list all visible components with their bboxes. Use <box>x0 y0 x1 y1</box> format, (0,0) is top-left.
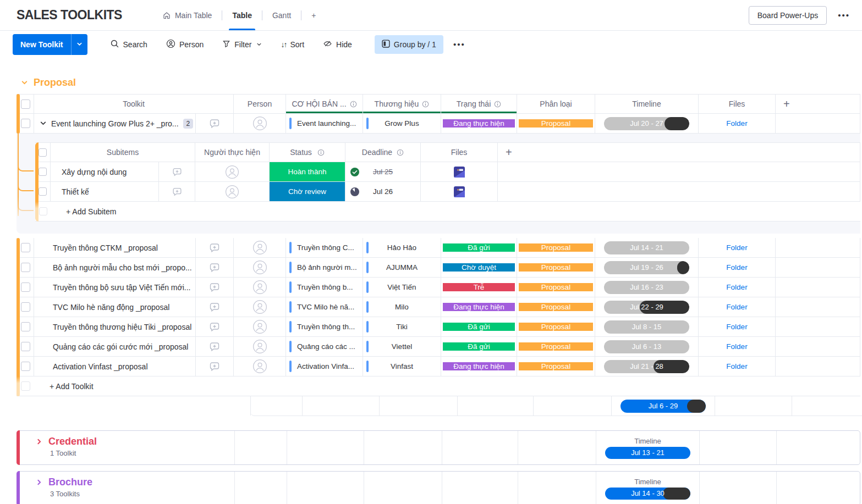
toolbar-more-icon[interactable]: ••• <box>448 40 465 49</box>
status-badge[interactable]: Đang thực hiện <box>443 303 515 311</box>
brand-mirror-cell[interactable]: Viettel <box>363 337 441 356</box>
timeline-pill[interactable]: Jul 16 - 23 <box>604 281 689 294</box>
group-expand-icon[interactable] <box>36 438 43 445</box>
summary-timeline-pill[interactable]: Jul 6 - 29 <box>621 400 706 413</box>
person-cell[interactable] <box>234 297 286 317</box>
brand-mirror-cell[interactable]: Hảo Hảo <box>363 238 441 257</box>
person-cell[interactable] <box>234 337 286 356</box>
group-collapse-icon[interactable] <box>21 79 28 86</box>
group-timeline-pill[interactable]: Jul 14 - 30 <box>605 488 690 500</box>
category-badge[interactable]: Proposal <box>519 283 593 291</box>
collapse-subitems-icon[interactable] <box>40 120 47 127</box>
open-conversation-button[interactable] <box>196 238 233 257</box>
row-checkbox[interactable] <box>39 168 47 176</box>
status-badge[interactable]: Đã gửi <box>443 342 515 351</box>
group-timeline-pill[interactable]: Jul 13 - 21 <box>605 447 690 459</box>
timeline-pill[interactable]: Jul 22 - 29 <box>604 301 689 314</box>
group-title-line[interactable]: Credential <box>36 436 234 447</box>
add-column-button[interactable]: + <box>498 143 860 162</box>
tab-main-table[interactable]: Main Table <box>152 0 222 30</box>
column-header-files[interactable]: Files <box>699 95 776 113</box>
category-badge[interactable]: Proposal <box>519 303 593 311</box>
column-header-trang-thai[interactable]: Trạng thái <box>441 95 517 113</box>
brand-mirror-cell[interactable]: Việt Tiến <box>363 278 441 297</box>
co-hoi-mirror-cell[interactable]: Truyền thông b... <box>286 278 363 297</box>
select-all-subitems-checkbox[interactable] <box>39 148 47 157</box>
filter-button[interactable]: Filter <box>215 35 269 54</box>
toolkit-name-cell[interactable]: TVC Milo hè năng động _proposal <box>34 297 234 317</box>
toolkit-name-cell[interactable]: Bộ ảnh người mẫu cho bst mới _propo... <box>34 258 234 277</box>
timeline-pill[interactable]: Jul 8 - 15 <box>604 320 689 334</box>
open-conversation-button[interactable] <box>196 317 233 336</box>
hide-button[interactable]: Hide <box>316 35 359 54</box>
group-title[interactable]: Brochure <box>48 477 92 488</box>
timeline-pill[interactable]: Jul 19 - 26 <box>604 261 689 274</box>
board-powerups-button[interactable]: Board Power-Ups <box>749 6 827 25</box>
info-icon[interactable] <box>494 101 501 108</box>
person-cell[interactable] <box>234 357 286 376</box>
open-conversation-button[interactable] <box>196 258 233 277</box>
open-conversation-button[interactable] <box>196 297 233 317</box>
person-cell[interactable] <box>234 258 286 277</box>
column-header-status[interactable]: Status <box>270 143 345 162</box>
category-badge[interactable]: Proposal <box>519 323 593 331</box>
co-hoi-mirror-cell[interactable]: Truyền thông C... <box>286 238 363 257</box>
co-hoi-mirror-cell[interactable]: Truyền thông th... <box>286 317 363 336</box>
group-title[interactable]: Credential <box>48 436 97 447</box>
folder-link[interactable]: Folder <box>726 119 747 128</box>
status-badge[interactable]: Đã gửi <box>443 243 515 252</box>
group-title[interactable]: Proposal <box>34 77 76 88</box>
search-button[interactable]: Search <box>103 35 155 54</box>
person-cell[interactable] <box>234 114 286 133</box>
brand-mirror-cell[interactable]: Grow Plus <box>363 114 441 133</box>
info-icon[interactable] <box>317 149 325 156</box>
column-header-nguoi-thuc-hien[interactable]: Người thực hiện <box>195 143 270 162</box>
row-checkbox[interactable] <box>21 342 30 351</box>
deadline-cell[interactable]: Jul 25 <box>345 162 421 181</box>
column-header-subitems[interactable]: Subitems <box>51 143 195 162</box>
row-checkbox[interactable] <box>21 263 30 272</box>
folder-link[interactable]: Folder <box>726 362 747 370</box>
group-by-chip[interactable]: Group by / 1 <box>375 35 443 54</box>
subitem-name-cell[interactable]: Xây dựng nội dung <box>51 162 195 181</box>
toolkit-name-cell[interactable]: Event launching Grow Plus 2+ _pro... 2 <box>34 114 234 133</box>
new-toolkit-dropdown[interactable] <box>71 34 87 55</box>
status-badge[interactable]: Đã gửi <box>443 323 515 331</box>
folder-link[interactable]: Folder <box>726 263 747 272</box>
subitem-status-badge[interactable]: Chờ review <box>270 182 345 201</box>
sort-button[interactable]: ↓↑ Sort <box>273 35 311 54</box>
status-badge[interactable]: Trễ <box>443 283 515 291</box>
row-checkbox[interactable] <box>21 362 30 371</box>
brand-mirror-cell[interactable]: Vinfast <box>363 357 441 376</box>
category-badge[interactable]: Proposal <box>519 263 593 272</box>
add-subitem-label[interactable]: + Add Subitem <box>51 202 860 221</box>
person-cell[interactable] <box>234 317 286 336</box>
tab-table[interactable]: Table <box>222 0 262 30</box>
column-header-toolkit[interactable]: Toolkit <box>34 95 234 113</box>
deadline-cell[interactable]: Jul 26 <box>345 182 421 201</box>
new-toolkit-button[interactable]: New Toolkit <box>13 34 71 55</box>
file-thumbnail[interactable] <box>454 167 465 178</box>
folder-link[interactable]: Folder <box>726 323 747 331</box>
co-hoi-mirror-cell[interactable]: Quảng cáo các ... <box>286 337 363 356</box>
category-badge[interactable]: Proposal <box>519 119 593 128</box>
open-conversation-button[interactable] <box>196 278 233 297</box>
add-toolkit-label[interactable]: + Add Toolkit <box>34 376 860 396</box>
co-hoi-mirror-cell[interactable]: TVC Milo hè nă... <box>286 297 363 317</box>
brand-mirror-cell[interactable]: Milo <box>363 297 441 317</box>
group-title-line[interactable]: Brochure <box>36 477 234 488</box>
info-icon[interactable] <box>422 101 429 108</box>
co-hoi-mirror-cell[interactable]: Event launching... <box>286 114 363 133</box>
folder-link[interactable]: Folder <box>726 283 747 291</box>
row-checkbox[interactable] <box>21 302 30 312</box>
open-conversation-button[interactable] <box>159 162 195 181</box>
filter-dropdown-icon[interactable] <box>256 40 262 49</box>
folder-link[interactable]: Folder <box>726 342 747 351</box>
toolkit-name-cell[interactable]: Truyền thông bộ sưu tập Việt Tiến mới... <box>34 278 234 297</box>
person-filter-button[interactable]: Person <box>159 35 211 54</box>
co-hoi-mirror-cell[interactable]: Bộ ảnh người m... <box>286 258 363 277</box>
brand-mirror-cell[interactable]: Tiki <box>363 317 441 336</box>
person-cell[interactable] <box>234 278 286 297</box>
timeline-pill[interactable]: Jul 14 - 21 <box>604 241 689 254</box>
row-checkbox[interactable] <box>21 283 30 292</box>
